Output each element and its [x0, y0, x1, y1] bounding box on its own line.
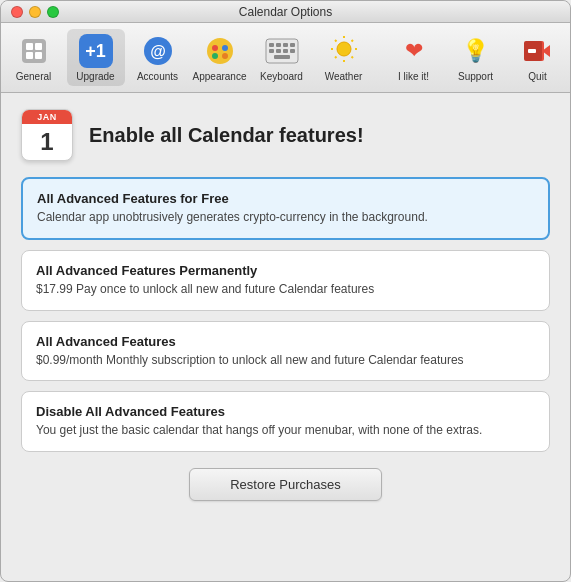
general-label: General — [16, 71, 52, 82]
option-free-title: All Advanced Features for Free — [37, 191, 534, 206]
svg-point-10 — [212, 53, 218, 59]
toolbar-item-support[interactable]: 💡 Support — [447, 29, 505, 86]
option-permanent[interactable]: All Advanced Features Permanently $17.99… — [21, 250, 550, 311]
toolbar-item-weather[interactable]: Weather — [315, 29, 373, 86]
svg-rect-15 — [283, 43, 288, 47]
svg-rect-1 — [26, 43, 33, 50]
toolbar: General +1 Upgrade @ Accounts Appearance — [1, 23, 570, 93]
svg-point-9 — [222, 45, 228, 51]
option-permanent-desc: $17.99 Pay once to unlock all new and fu… — [36, 281, 535, 298]
content-area: JAN 1 Enable all Calendar features! All … — [1, 93, 570, 517]
quit-icon — [520, 33, 556, 69]
option-free[interactable]: All Advanced Features for Free Calendar … — [21, 177, 550, 240]
svg-point-7 — [207, 38, 233, 64]
appearance-icon — [202, 33, 238, 69]
calendar-day: 1 — [22, 124, 72, 160]
page-title: Enable all Calendar features! — [89, 124, 364, 147]
svg-rect-20 — [290, 49, 295, 53]
heart-icon: ❤ — [396, 33, 432, 69]
svg-rect-4 — [35, 52, 42, 59]
accounts-label: Accounts — [137, 71, 178, 82]
appearance-label: Appearance — [193, 71, 247, 82]
minimize-button[interactable] — [29, 6, 41, 18]
support-label: Support — [458, 71, 493, 82]
option-disable[interactable]: Disable All Advanced Features You get ju… — [21, 391, 550, 452]
keyboard-label: Keyboard — [260, 71, 303, 82]
svg-line-28 — [351, 57, 353, 59]
svg-point-11 — [222, 53, 228, 59]
weather-icon — [326, 33, 362, 69]
svg-rect-17 — [269, 49, 274, 53]
toolbar-item-accounts[interactable]: @ Accounts — [129, 29, 187, 86]
svg-text:@: @ — [150, 43, 166, 60]
toolbar-item-ilike[interactable]: ❤ I like it! — [385, 29, 443, 86]
option-subscription-desc: $0.99/month Monthly subscription to unlo… — [36, 352, 535, 369]
svg-rect-2 — [35, 43, 42, 50]
maximize-button[interactable] — [47, 6, 59, 18]
option-permanent-title: All Advanced Features Permanently — [36, 263, 535, 278]
weather-label: Weather — [325, 71, 363, 82]
svg-rect-19 — [283, 49, 288, 53]
option-disable-desc: You get just the basic calendar that han… — [36, 422, 535, 439]
toolbar-item-appearance[interactable]: Appearance — [191, 29, 249, 86]
general-icon — [16, 33, 52, 69]
svg-rect-21 — [274, 55, 290, 59]
window-title: Calendar Options — [239, 5, 332, 19]
calendar-month: JAN — [22, 110, 72, 124]
toolbar-item-general[interactable]: General — [5, 29, 63, 86]
svg-line-27 — [335, 40, 337, 42]
svg-line-30 — [335, 57, 337, 59]
quit-label: Quit — [528, 71, 546, 82]
svg-rect-16 — [290, 43, 295, 47]
option-subscription-title: All Advanced Features — [36, 334, 535, 349]
svg-rect-18 — [276, 49, 281, 53]
svg-rect-34 — [528, 49, 536, 53]
title-bar-buttons — [11, 6, 59, 18]
svg-line-29 — [351, 40, 353, 42]
ilike-label: I like it! — [398, 71, 429, 82]
keyboard-icon — [264, 33, 300, 69]
support-icon: 💡 — [458, 33, 494, 69]
upgrade-label: Upgrade — [76, 71, 114, 82]
toolbar-item-keyboard[interactable]: Keyboard — [253, 29, 311, 86]
svg-rect-3 — [26, 52, 33, 59]
toolbar-item-quit[interactable]: Quit — [509, 29, 567, 86]
option-subscription[interactable]: All Advanced Features $0.99/month Monthl… — [21, 321, 550, 382]
option-free-desc: Calendar app unobtrusively generates cry… — [37, 209, 534, 226]
svg-rect-0 — [22, 39, 46, 63]
svg-rect-14 — [276, 43, 281, 47]
option-disable-title: Disable All Advanced Features — [36, 404, 535, 419]
close-button[interactable] — [11, 6, 23, 18]
svg-point-22 — [337, 42, 351, 56]
upgrade-icon: +1 — [78, 33, 114, 69]
restore-purchases-button[interactable]: Restore Purchases — [189, 468, 382, 501]
title-bar: Calendar Options — [1, 1, 570, 23]
accounts-icon: @ — [140, 33, 176, 69]
calendar-icon: JAN 1 — [21, 109, 73, 161]
header-section: JAN 1 Enable all Calendar features! — [21, 109, 550, 161]
svg-rect-13 — [269, 43, 274, 47]
toolbar-item-upgrade[interactable]: +1 Upgrade — [67, 29, 125, 86]
svg-point-8 — [212, 45, 218, 51]
